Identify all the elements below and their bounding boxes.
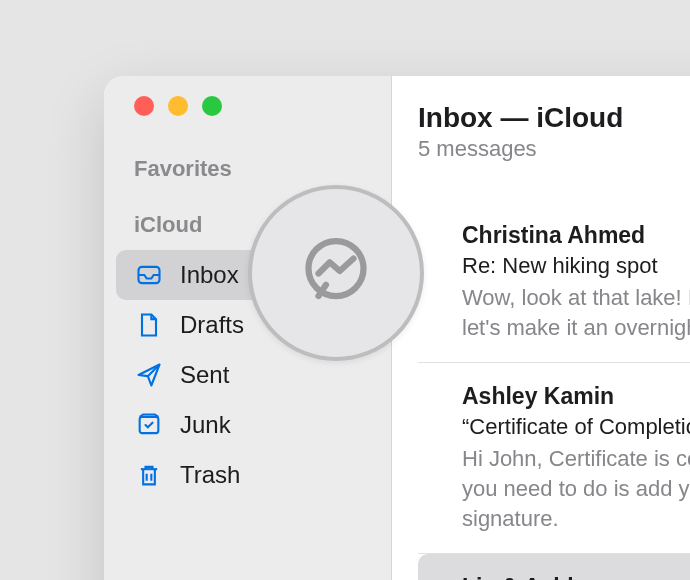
inbox-icon <box>134 260 164 290</box>
message-count: 5 messages <box>418 136 690 162</box>
minimize-window-button[interactable] <box>168 96 188 116</box>
window-controls <box>104 96 391 116</box>
message-preview: Hi John, Certificate is complete. All yo… <box>462 444 690 533</box>
page-title: Inbox — iCloud <box>418 102 690 134</box>
message-list-pane: Inbox — iCloud 5 messages Christina Ahme… <box>392 76 690 580</box>
messenger-icon <box>296 231 376 315</box>
message-subject: “Certificate of Completion” <box>462 414 690 440</box>
message-item[interactable]: Christina Ahmed Re: New hiking spot Wow,… <box>418 202 690 363</box>
close-window-button[interactable] <box>134 96 154 116</box>
favorites-heading: Favorites <box>104 156 391 182</box>
document-icon <box>134 310 164 340</box>
sidebar-item-label: Junk <box>180 411 231 439</box>
sidebar-item-trash[interactable]: Trash <box>104 450 391 500</box>
sidebar-item-label: Trash <box>180 461 240 489</box>
trash-icon <box>134 460 164 490</box>
fullscreen-window-button[interactable] <box>202 96 222 116</box>
paperplane-icon <box>134 360 164 390</box>
message-from: Christina Ahmed <box>462 222 690 249</box>
sidebar-item-label: Drafts <box>180 311 244 339</box>
sidebar-item-label: Sent <box>180 361 229 389</box>
messenger-callout-badge <box>248 185 424 361</box>
message-from: Lia & Ashley <box>462 574 690 580</box>
message-item[interactable]: Ashley Kamin “Certificate of Completion”… <box>418 363 690 554</box>
sidebar-item-junk[interactable]: Junk <box>104 400 391 450</box>
message-from: Ashley Kamin <box>462 383 690 410</box>
message-item[interactable]: Lia & Ashley <box>418 554 690 580</box>
message-subject: Re: New hiking spot <box>462 253 690 279</box>
junk-icon <box>134 410 164 440</box>
message-preview: Wow, look at that lake! I agree, let's m… <box>462 283 690 342</box>
sidebar-item-label: Inbox <box>180 261 239 289</box>
